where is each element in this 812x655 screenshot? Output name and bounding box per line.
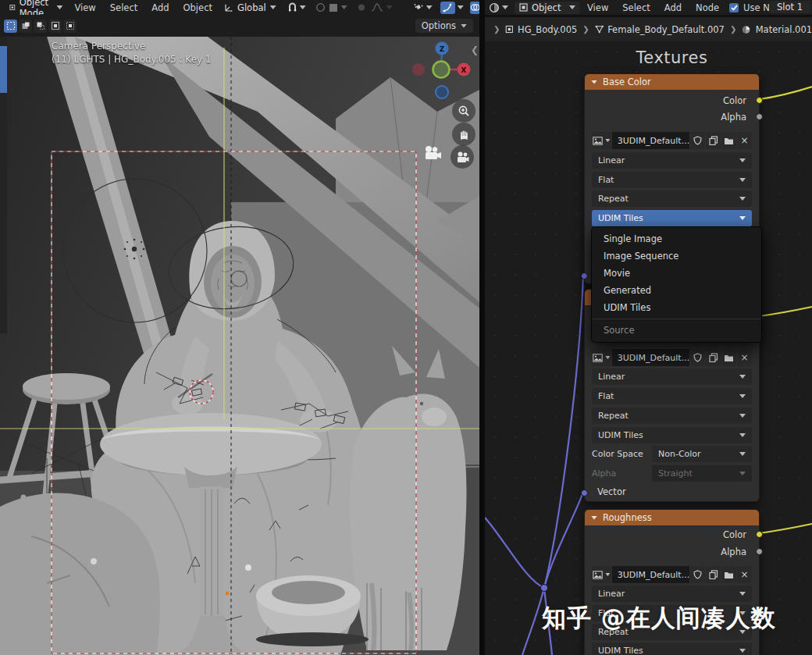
chevron-down-icon bbox=[426, 5, 433, 9]
input-label-vector: Vector bbox=[597, 486, 626, 497]
socket-color-output[interactable] bbox=[756, 97, 763, 104]
select-box-mode[interactable] bbox=[19, 20, 32, 33]
socket-alpha-output[interactable] bbox=[756, 113, 763, 120]
gizmo-toggle-group[interactable] bbox=[440, 2, 464, 14]
zoom-button[interactable] bbox=[452, 99, 475, 123]
slot-button[interactable]: Slot 1 bbox=[769, 1, 810, 13]
select-intersect-mode[interactable] bbox=[63, 20, 77, 33]
image-browse-dropdown[interactable] bbox=[592, 349, 611, 366]
folder-icon bbox=[724, 354, 734, 362]
shader-menu-add[interactable]: Add bbox=[657, 2, 689, 13]
transform-gizmo-icon bbox=[443, 2, 453, 12]
open-image-button[interactable] bbox=[721, 132, 736, 149]
proportional-edit-group[interactable] bbox=[315, 2, 347, 12]
open-image-button[interactable] bbox=[721, 566, 736, 583]
duplicate-button[interactable] bbox=[706, 566, 721, 583]
source-dropdown-active[interactable]: UDIM Tiles bbox=[592, 210, 752, 226]
shader-menu-select[interactable]: Select bbox=[615, 2, 657, 13]
image-browse-dropdown[interactable] bbox=[592, 132, 611, 149]
interpolation-dropdown[interactable]: Linear bbox=[592, 368, 752, 385]
breadcrumb: ❯ HG_Body.005 ❯ Female_Body_Default.007 … bbox=[485, 17, 812, 41]
overlays-toggle[interactable] bbox=[470, 2, 480, 14]
alpha-mode-dropdown[interactable]: Straight bbox=[652, 465, 752, 482]
duplicate-button[interactable] bbox=[706, 349, 721, 366]
select-tweak-mode[interactable] bbox=[4, 20, 17, 33]
copy-icon bbox=[709, 136, 718, 145]
toolbar-strip[interactable] bbox=[0, 37, 7, 333]
select-circle-mode[interactable] bbox=[34, 20, 47, 33]
viewport-menu-object[interactable]: Object bbox=[176, 2, 219, 13]
collapse-region-arrow[interactable]: ❮ bbox=[471, 44, 479, 55]
viewport-3d[interactable]: Camera Perspective (11) LGHTS | HG_Body.… bbox=[0, 37, 479, 655]
viewport-menu-select[interactable]: Select bbox=[103, 2, 144, 13]
reroute-node bbox=[541, 585, 548, 592]
orientation-dropdown[interactable]: Global bbox=[219, 2, 281, 14]
camera-view-button[interactable] bbox=[451, 145, 474, 169]
watermark: 知乎 @在人间凑人数 bbox=[542, 602, 776, 635]
spray-icon bbox=[413, 2, 424, 12]
mesh-data-icon bbox=[595, 24, 604, 34]
annotate-tool-group[interactable] bbox=[413, 2, 433, 12]
menu-item-image-sequence[interactable]: Image Sequence bbox=[592, 247, 761, 265]
projection-dropdown[interactable]: Flat bbox=[592, 172, 752, 188]
fake-user-button[interactable] bbox=[690, 566, 705, 583]
menu-item-single-image[interactable]: Single Image bbox=[592, 230, 761, 247]
extension-dropdown[interactable]: Repeat bbox=[592, 190, 752, 207]
fake-user-button[interactable] bbox=[690, 132, 705, 149]
material-icon bbox=[742, 24, 750, 35]
section-header-roughness[interactable]: Roughness bbox=[585, 510, 759, 525]
source-dropdown[interactable]: UDIM Tiles bbox=[592, 643, 752, 655]
editor-type-dropdown[interactable] bbox=[489, 2, 508, 13]
interpolation-dropdown[interactable]: Linear bbox=[592, 152, 752, 169]
options-dropdown[interactable]: Options bbox=[415, 19, 473, 33]
viewport-menu-view[interactable]: View bbox=[67, 2, 102, 13]
section-header-base-color[interactable]: Base Color bbox=[585, 74, 759, 90]
chevron-down-icon bbox=[591, 80, 597, 84]
chevron-down-icon bbox=[569, 5, 575, 9]
viewport-overlay-text: Camera Perspective (11) LGHTS | HG_Body.… bbox=[52, 40, 212, 66]
viewport-menu-add[interactable]: Add bbox=[144, 2, 176, 13]
snapping-group[interactable] bbox=[287, 2, 306, 12]
socket-vector-input[interactable] bbox=[581, 272, 588, 279]
chevron-down-icon bbox=[461, 24, 467, 28]
mode-dropdown[interactable]: Object Mode bbox=[5, 2, 67, 14]
section-title: Base Color bbox=[603, 77, 651, 87]
navigation-gizmo[interactable]: Z X bbox=[411, 41, 471, 100]
fake-user-button[interactable] bbox=[690, 349, 705, 366]
open-image-button[interactable] bbox=[721, 349, 736, 366]
menu-item-udim-tiles[interactable]: UDIM Tiles bbox=[592, 299, 761, 316]
select-lasso-mode[interactable] bbox=[48, 20, 62, 33]
breadcrumb-mesh[interactable]: Female_Body_Default.007 bbox=[607, 24, 725, 35]
close-icon: × bbox=[740, 569, 748, 580]
image-name-field[interactable]: 3UDIM_Default... bbox=[612, 566, 689, 583]
node-editor-canvas[interactable]: Textures Base Color Color Alpha 3UDIM_De… bbox=[485, 41, 812, 655]
image-name-field[interactable]: 3UDIM_Default... bbox=[612, 349, 689, 366]
image-name-field[interactable]: 3UDIM_Default... bbox=[612, 132, 689, 149]
color-space-dropdown[interactable]: Non-Color bbox=[652, 446, 752, 462]
shader-menu-view[interactable]: View bbox=[580, 2, 615, 13]
pan-button[interactable] bbox=[452, 123, 475, 146]
chevron-right-icon: ❯ bbox=[730, 25, 736, 34]
socket-color-output[interactable] bbox=[756, 531, 763, 538]
shader-menu-node[interactable]: Node bbox=[689, 2, 726, 13]
unlink-button[interactable]: × bbox=[737, 566, 752, 583]
extension-dropdown[interactable]: Repeat bbox=[592, 408, 752, 424]
socket-alpha-output[interactable] bbox=[756, 548, 763, 555]
unlink-button[interactable]: × bbox=[737, 132, 752, 149]
interpolation-dropdown[interactable]: Linear bbox=[592, 586, 752, 602]
checkbox-checked-icon bbox=[729, 3, 739, 12]
breadcrumb-material[interactable]: Material.001 bbox=[756, 24, 812, 35]
breadcrumb-object[interactable]: HG_Body.005 bbox=[518, 24, 577, 35]
falloff-curve-group[interactable] bbox=[357, 2, 393, 12]
duplicate-button[interactable] bbox=[706, 132, 721, 149]
menu-item-generated[interactable]: Generated bbox=[592, 282, 761, 299]
editor-divider[interactable] bbox=[479, 0, 485, 655]
socket-vector-input[interactable] bbox=[581, 489, 588, 497]
menu-item-movie[interactable]: Movie bbox=[592, 265, 761, 282]
viewport-scene bbox=[0, 37, 479, 655]
projection-dropdown[interactable]: Flat bbox=[592, 388, 752, 404]
unlink-button[interactable]: × bbox=[737, 349, 752, 366]
source-dropdown[interactable]: UDIM Tiles bbox=[592, 427, 752, 443]
shader-type-dropdown[interactable]: Object bbox=[515, 2, 580, 14]
image-browse-dropdown[interactable] bbox=[592, 566, 611, 583]
